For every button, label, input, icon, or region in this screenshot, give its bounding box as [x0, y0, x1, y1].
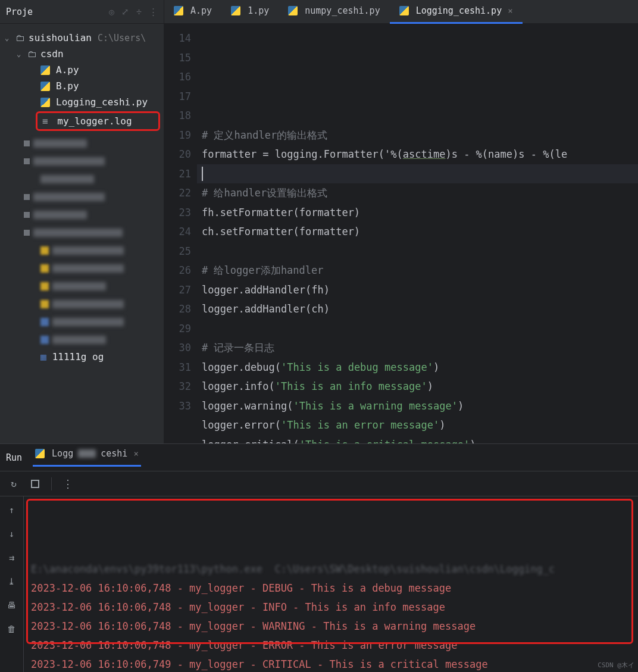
python-icon — [40, 98, 50, 107]
run-panel: Run Logg ceshi × ↻ ↑ ↓ ⇉ ⤓ 🖶 🗑 E:\anacon… — [0, 443, 638, 672]
line-numbers: 1415161718192021222324252627282930313233 — [164, 24, 197, 443]
tab-logging-ceshi[interactable]: Logging_ceshi.py × — [390, 0, 523, 24]
run-tab-prefix: Logg — [52, 448, 73, 459]
editor-tabs: A.py 1.py numpy_ceshi.py Logging_ceshi.p… — [164, 0, 638, 24]
highlighted-logfile[interactable]: ≡ my_logger.log — [36, 111, 160, 131]
tree-root-path: C:\Users\ — [98, 33, 146, 43]
python-icon — [399, 6, 409, 15]
close-tab-icon[interactable]: × — [508, 6, 512, 15]
expand-icon[interactable]: ⤢ — [121, 7, 129, 17]
tab-label: A.py — [190, 5, 212, 16]
python-icon — [288, 6, 298, 15]
last-file-label: 11111g og — [52, 351, 104, 362]
file-logging-label: Logging_ceshi.py — [56, 96, 148, 108]
up-arrow-icon[interactable]: ↑ — [7, 505, 17, 515]
code-editor[interactable]: 1415161718192021222324252627282930313233… — [164, 24, 638, 443]
folder-icon: 🗀 — [27, 48, 38, 60]
soft-wrap-icon[interactable]: ⇉ — [7, 552, 17, 563]
text-file-icon: ≡ — [42, 115, 48, 127]
tree-file-a[interactable]: A.py — [0, 62, 164, 78]
tree-file-b[interactable]: B.py — [0, 78, 164, 94]
project-tree: ⌄ 🗀 suishoulian C:\Users\ ⌄ 🗀 csdn A.py … — [0, 24, 164, 371]
tab-label: numpy_ceshi.py — [305, 5, 380, 16]
project-panel: Proje ◎ ⤢ ÷ ⋮ ⌄ 🗀 suishoulian C:\Users\ … — [0, 0, 164, 443]
code-content[interactable]: # 定义handler的输出格式formatter = logging.Form… — [197, 24, 638, 443]
text-caret — [202, 167, 203, 181]
run-header: Run Logg ceshi × — [0, 444, 638, 471]
python-icon — [40, 82, 50, 91]
python-icon — [174, 6, 183, 15]
collapse-icon[interactable]: ÷ — [136, 7, 142, 17]
tab-label: 1.py — [248, 5, 269, 16]
tree-file-logging[interactable]: Logging_ceshi.py — [0, 94, 164, 110]
watermark: CSDN @木イ — [598, 661, 634, 670]
rerun-icon[interactable]: ↻ — [8, 479, 19, 489]
editor-area: A.py 1.py numpy_ceshi.py Logging_ceshi.p… — [164, 0, 638, 443]
run-body: ↑ ↓ ⇉ ⤓ 🖶 🗑 E:\anaconda\envs\py39tor113\… — [0, 496, 638, 672]
blurred-tree-items: ▦ 11111g og — [0, 135, 164, 365]
tab-label: Logging_ceshi.py — [416, 5, 502, 16]
close-run-tab-icon[interactable]: × — [133, 449, 138, 458]
tab-1-py[interactable]: 1.py — [221, 0, 279, 24]
stop-icon[interactable] — [30, 479, 40, 489]
more-icon[interactable]: ⋮ — [149, 7, 158, 17]
target-icon[interactable]: ◎ — [109, 7, 114, 17]
tree-folder-csdn[interactable]: ⌄ 🗀 csdn — [0, 46, 164, 62]
python-icon — [35, 449, 45, 458]
run-toolbar: ↻ — [0, 471, 638, 496]
file-a-label: A.py — [56, 64, 79, 76]
project-header: Proje ◎ ⤢ ÷ ⋮ — [0, 0, 164, 24]
folder-icon: 🗀 — [15, 32, 26, 43]
file-icon: ▦ — [40, 351, 46, 362]
python-icon — [231, 6, 240, 15]
python-icon — [40, 65, 50, 75]
chevron-down-icon: ⌄ — [5, 34, 13, 42]
tree-root-label: suishoulian — [29, 32, 92, 43]
scroll-to-end-icon[interactable]: ⤓ — [7, 576, 17, 587]
console-output[interactable]: E:\anaconda\envs\py39tor113\python.exe C… — [24, 496, 638, 672]
blurred-text — [78, 449, 96, 458]
run-title: Run — [6, 452, 22, 463]
tree-file-last[interactable]: ▦ 11111g og — [0, 349, 164, 365]
trash-icon[interactable]: 🗑 — [7, 624, 17, 635]
print-icon[interactable]: 🖶 — [7, 600, 17, 611]
tree-root[interactable]: ⌄ 🗀 suishoulian C:\Users\ — [0, 30, 164, 46]
run-tab[interactable]: Logg ceshi × — [33, 448, 141, 467]
file-b-label: B.py — [56, 80, 79, 92]
csdn-label: csdn — [40, 48, 64, 60]
project-title: Proje — [6, 7, 33, 17]
tab-a-py[interactable]: A.py — [164, 0, 221, 24]
more-actions-icon[interactable] — [62, 479, 73, 489]
run-gutter: ↑ ↓ ⇉ ⤓ 🖶 🗑 — [0, 496, 24, 672]
divider — [51, 477, 52, 490]
down-arrow-icon[interactable]: ↓ — [7, 529, 17, 539]
tab-numpy-ceshi[interactable]: numpy_ceshi.py — [279, 0, 389, 24]
chevron-down-icon: ⌄ — [17, 50, 25, 58]
current-line-highlight — [197, 164, 638, 184]
logfile-label: my_logger.log — [57, 115, 132, 127]
run-tab-suffix: ceshi — [101, 448, 127, 459]
